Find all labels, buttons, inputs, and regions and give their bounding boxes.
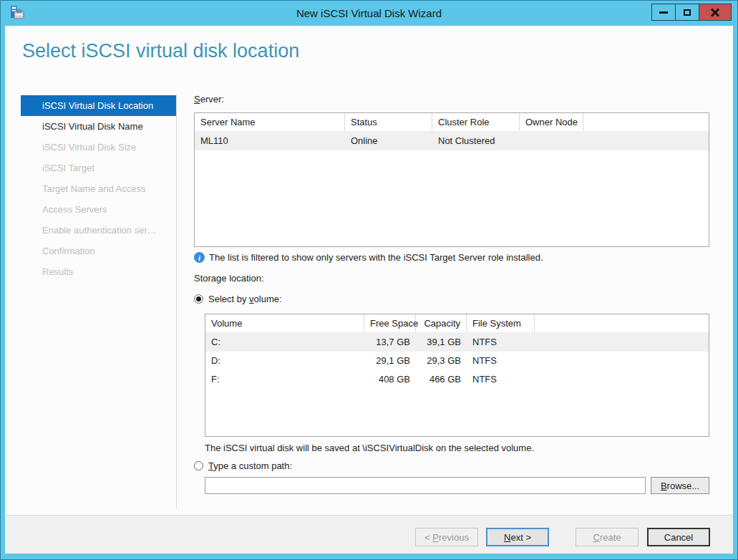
server-table-header: Server Name Status Cluster Role Owner No…	[195, 113, 709, 132]
step-access-servers: Access Servers	[21, 199, 176, 220]
column-header-volume[interactable]: Volume	[205, 314, 364, 332]
volume-table-header: Volume Free Space Capacity File System	[205, 314, 709, 333]
cell-status: Online	[345, 132, 432, 150]
step-iscsi-virtual-disk-size: iSCSI Virtual Disk Size	[21, 137, 176, 158]
column-header-server-name[interactable]: Server Name	[195, 113, 345, 131]
cell-file-system: NTFS	[467, 370, 535, 389]
storage-location-label: Storage location:	[194, 273, 264, 284]
cell-file-system: NTFS	[467, 333, 535, 352]
radio-selected-icon	[194, 294, 203, 304]
minimize-icon	[659, 11, 668, 14]
cancel-button[interactable]: Cancel	[647, 528, 710, 546]
step-iscsi-virtual-disk-name[interactable]: iSCSI Virtual Disk Name	[21, 116, 176, 137]
step-iscsi-virtual-disk-location[interactable]: iSCSI Virtual Disk Location	[21, 95, 176, 116]
cell-capacity: 39,1 GB	[416, 333, 467, 352]
column-header-cluster-role[interactable]: Cluster Role	[432, 113, 520, 131]
type-custom-path-label: Type a custom path:	[208, 460, 292, 471]
cell-free-space: 408 GB	[364, 370, 416, 389]
column-header-owner-node[interactable]: Owner Node	[520, 113, 583, 131]
cell-capacity: 466 GB	[416, 370, 467, 389]
custom-path-input[interactable]	[205, 477, 646, 494]
sidebar-divider	[176, 95, 177, 509]
cell-volume: F:	[205, 370, 364, 389]
volume-row-c[interactable]: C: 13,7 GB 39,1 GB NTFS	[205, 333, 709, 352]
close-icon	[710, 7, 720, 17]
info-icon: i	[194, 252, 205, 263]
step-results: Results	[21, 261, 176, 282]
previous-button: < Previous	[415, 528, 478, 546]
cell-free-space: 29,1 GB	[364, 352, 416, 370]
step-confirmation: Confirmation	[21, 241, 176, 261]
select-by-volume-radio[interactable]: Select by volume:	[194, 294, 282, 304]
saved-location-note: The iSCSI virtual disk will be saved at …	[205, 443, 534, 453]
browse-button[interactable]: Browse...	[651, 477, 709, 494]
radio-unselected-icon	[194, 461, 203, 470]
column-header-status[interactable]: Status	[345, 113, 432, 131]
type-custom-path-radio[interactable]: Type a custom path:	[194, 460, 292, 471]
column-header-capacity[interactable]: Capacity	[416, 314, 467, 332]
step-iscsi-target: iSCSI Target	[21, 158, 176, 178]
cell-file-system: NTFS	[467, 352, 535, 370]
step-enable-authentication: Enable authentication ser…	[21, 220, 176, 241]
column-header-blank	[583, 113, 709, 131]
column-header-free-space[interactable]: Free Space	[364, 314, 416, 332]
cell-owner-node	[520, 132, 583, 150]
window-controls	[652, 4, 732, 21]
maximize-button[interactable]	[675, 4, 699, 21]
column-header-file-system[interactable]: File System	[467, 314, 535, 332]
titlebar: New iSCSI Virtual Disk Wizard	[1, 1, 737, 26]
cell-cluster-role: Not Clustered	[432, 132, 520, 150]
window-title: New iSCSI Virtual Disk Wizard	[1, 1, 737, 26]
cell-volume: C:	[205, 333, 364, 352]
filter-note: i The list is filtered to show only serv…	[194, 252, 543, 263]
volume-row-d[interactable]: D: 29,1 GB 29,3 GB NTFS	[205, 352, 709, 370]
page-title: Select iSCSI virtual disk location	[22, 40, 299, 62]
column-header-blank	[535, 314, 709, 332]
create-button: Create	[576, 528, 639, 546]
volume-row-f[interactable]: F: 408 GB 466 GB NTFS	[205, 370, 709, 389]
server-row[interactable]: ML110 Online Not Clustered	[195, 132, 709, 150]
select-by-volume-label: Select by volume:	[208, 294, 282, 304]
cell-volume: D:	[205, 352, 364, 370]
wizard-steps: iSCSI Virtual Disk Location iSCSI Virtua…	[21, 95, 176, 282]
wizard-body: Select iSCSI virtual disk location iSCSI…	[5, 26, 733, 515]
maximize-icon	[684, 9, 691, 16]
server-table: Server Name Status Cluster Role Owner No…	[194, 112, 709, 247]
cell-server-name: ML110	[195, 132, 345, 150]
close-button[interactable]	[699, 4, 732, 21]
filter-note-text: The list is filtered to show only server…	[209, 252, 543, 263]
wizard-window: New iSCSI Virtual Disk Wizard Select iSC…	[0, 0, 738, 560]
next-button[interactable]: Next >	[486, 528, 549, 546]
cell-free-space: 13,7 GB	[364, 333, 416, 352]
server-label: Server:	[194, 94, 224, 105]
footer: < Previous Next > Create Cancel	[5, 515, 733, 554]
volume-table: Volume Free Space Capacity File System C…	[205, 314, 709, 437]
step-target-name-and-access: Target Name and Access	[21, 178, 176, 199]
minimize-button[interactable]	[651, 4, 676, 21]
cell-capacity: 29,3 GB	[416, 352, 467, 370]
